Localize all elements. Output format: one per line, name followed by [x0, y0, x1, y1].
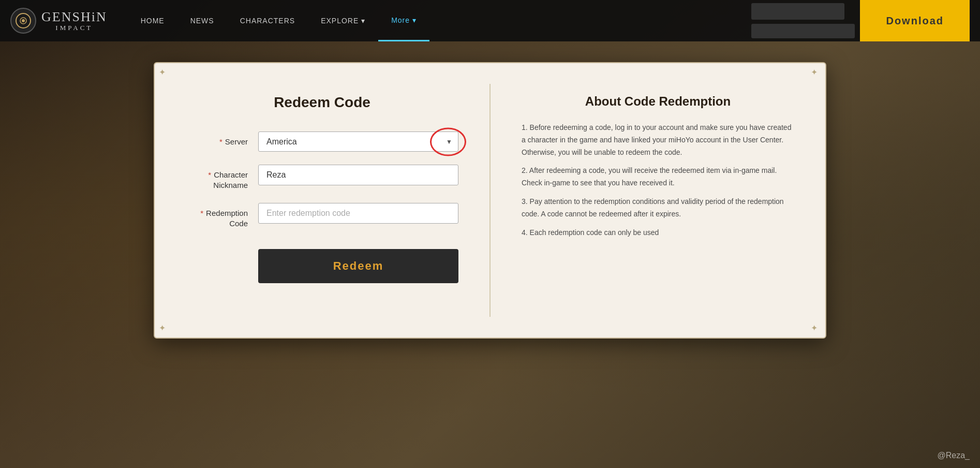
server-select-wrapper: America Europe Asia TW, HK, MO ▼ — [258, 131, 458, 152]
info-item-1: 1. Before redeeming a code, log in to yo… — [522, 122, 794, 158]
nav-explore[interactable]: EXPLORE ▾ — [308, 0, 378, 41]
corner-decoration-tl: ✦ — [159, 67, 169, 78]
character-row: *CharacterNickname — [186, 165, 458, 190]
nav-more[interactable]: More ▾ — [378, 0, 429, 41]
logo-text: GENSHiN IMPACT — [41, 10, 107, 32]
server-required-star: * — [219, 137, 222, 146]
redemption-field — [258, 203, 458, 224]
modal-container: ✦ ✦ ✦ ✦ Redeem Code *Server America — [154, 62, 826, 339]
redeem-form-panel: Redeem Code *Server America Europe Asia … — [155, 84, 490, 317]
info-item-3: 3. Pay attention to the redemption condi… — [522, 196, 794, 221]
redeem-button[interactable]: Redeem — [258, 249, 458, 283]
info-item-4: 4. Each redemption code can only be used — [522, 227, 794, 239]
server-label: *Server — [186, 131, 258, 147]
server-select[interactable]: America Europe Asia TW, HK, MO — [258, 131, 458, 152]
logo-area: GENSHiN IMPACT — [10, 8, 107, 34]
nav-home[interactable]: HOME — [128, 0, 177, 41]
info-panel: About Code Redemption 1. Before redeemin… — [491, 84, 825, 317]
info-item-2: 2. After redeeming a code, you will rece… — [522, 165, 794, 189]
server-field: America Europe Asia TW, HK, MO ▼ — [258, 131, 458, 152]
redemption-label: *RedemptionCode — [186, 203, 258, 228]
user-buttons-area — [751, 3, 855, 38]
nav-links: HOME NEWS CHARACTERS EXPLORE ▾ More ▾ — [128, 0, 752, 41]
redemption-code-input[interactable] — [258, 203, 458, 224]
corner-decoration-bl: ✦ — [159, 323, 169, 333]
redeem-button-row: Redeem — [258, 241, 458, 283]
character-label: *CharacterNickname — [186, 165, 258, 190]
modal-content: Redeem Code *Server America Europe Asia … — [155, 84, 825, 317]
user-button-2[interactable] — [751, 24, 855, 38]
modal: ✦ ✦ ✦ ✦ Redeem Code *Server America — [154, 62, 826, 339]
corner-decoration-br: ✦ — [811, 323, 821, 333]
info-title: About Code Redemption — [522, 94, 794, 109]
redemption-required-star: * — [200, 209, 203, 217]
watermark: @Reza_ — [938, 451, 970, 460]
redemption-row: *RedemptionCode — [186, 203, 458, 228]
nav-news[interactable]: NEWS — [177, 0, 227, 41]
svg-point-2 — [22, 19, 25, 22]
form-title: Redeem Code — [186, 94, 458, 111]
info-text: 1. Before redeeming a code, log in to yo… — [522, 122, 794, 239]
character-nickname-input[interactable] — [258, 165, 458, 185]
download-button[interactable]: Download — [860, 0, 970, 41]
logo-icon — [10, 8, 36, 34]
navbar: GENSHiN IMPACT HOME NEWS CHARACTERS EXPL… — [0, 0, 980, 41]
server-row: *Server America Europe Asia TW, HK, MO ▼ — [186, 131, 458, 152]
character-required-star: * — [208, 170, 211, 179]
user-button-1[interactable] — [751, 3, 844, 20]
character-field — [258, 165, 458, 185]
corner-decoration-tr: ✦ — [811, 67, 821, 78]
nav-characters[interactable]: CHARACTERS — [227, 0, 308, 41]
